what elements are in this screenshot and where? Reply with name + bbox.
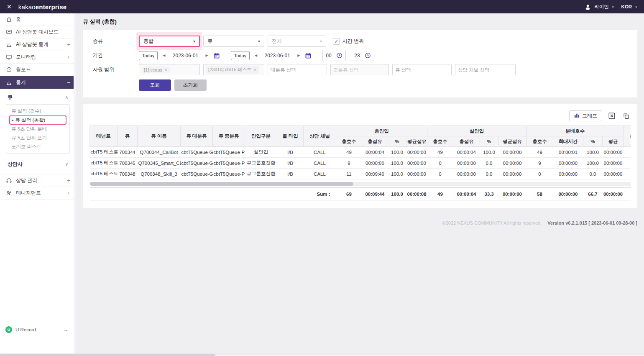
sum-cell: 00:00:00 [553, 188, 583, 200]
table-row[interactable]: cbtT5 테스트 700348 Q700348_Skill_3 cbtT5Qu… [90, 169, 631, 179]
channel-input[interactable] [455, 64, 516, 75]
table-cell: 49 [427, 147, 453, 158]
table-cell: 00:00:00 [603, 147, 624, 158]
plus-icon[interactable]: + [67, 54, 70, 60]
table-cell: I/B [277, 147, 304, 158]
hscrollbar-track[interactable] [90, 182, 631, 186]
next-day-icon[interactable]: ▶ [296, 54, 301, 57]
close-icon[interactable]: ✕ [7, 4, 12, 10]
today-button-end[interactable]: Today [231, 51, 250, 60]
language-chevron-icon[interactable]: ∨ [635, 5, 637, 9]
remove-tag-icon[interactable]: ✕ [164, 68, 168, 72]
page-footer: ©2022 NEXUS COMMUNITY All rights reserve… [83, 220, 637, 225]
submenu-group-agent[interactable]: 상담사 ∨ [5, 158, 71, 171]
channel-field[interactable] [458, 67, 513, 72]
table-row[interactable]: cbtT5 테스트 700344 Q700344_CallBot cbtT5Qu… [90, 147, 631, 158]
queue-field[interactable] [395, 67, 449, 72]
service-tag-input[interactable]: [23010] cbtT5 테스트 ✕ [203, 64, 264, 75]
sidebar-item-management[interactable]: 매니지먼트 + [0, 187, 76, 200]
submenu-item-label: 큐 실적 (건수) [11, 108, 41, 114]
type-select[interactable]: 총합 ▾ [139, 36, 200, 47]
prev-day-icon[interactable]: ◀ [162, 54, 166, 57]
table-cell: 00:00:00 [603, 158, 624, 169]
table-cell: 100.0 [480, 147, 498, 158]
start-hour-field[interactable]: 00 [322, 50, 346, 61]
table-cell: 00:00:00 [498, 147, 526, 158]
reset-button[interactable]: 초기화 [174, 79, 207, 91]
minus-icon[interactable]: − [67, 79, 70, 86]
submenu-item-queue-count[interactable]: 큐 실적 (건수) [6, 107, 69, 115]
stats-icon [5, 79, 12, 86]
sidebar-item-label: 매니지먼트 [16, 190, 41, 197]
copy-icon[interactable] [621, 111, 631, 120]
plus-icon[interactable]: + [67, 177, 70, 184]
sidebar-item-home[interactable]: 홈 [0, 13, 76, 26]
time-range-checkbox[interactable]: ✓ 시간 범위 [333, 38, 364, 45]
table-cell: 0 [526, 169, 553, 179]
sidebar-item-monitoring[interactable]: 모니터링 + [0, 51, 76, 64]
calendar-icon[interactable] [305, 52, 312, 59]
sidebar-item-ai-stats[interactable]: AI 상담봇 통계 + [0, 38, 76, 51]
end-date-value[interactable]: 2023-06-01 [262, 53, 292, 59]
submenu-item-queue-total[interactable]: ▸ 큐 실적 (총합) [9, 115, 66, 125]
sidebar-scrollbar[interactable] [74, 13, 76, 353]
u-record-link[interactable]: U U Record → [0, 322, 74, 337]
filter-row-resource: 자원 범위 [1] ccaas ✕ [23010] cbtT5 테스트 ✕ [93, 64, 627, 75]
table-header: 테넌트 큐 큐 이름 큐 대분류 큐 중분류 인입구분 콜 타입 상담 채널 총… [90, 126, 631, 147]
subcategory-input[interactable] [330, 64, 389, 75]
sub-header: 평균점유 [498, 136, 526, 147]
table-cell: Q700344_CallBot [138, 147, 181, 158]
sidebar-item-wallboard[interactable]: 월보드 [0, 64, 76, 76]
today-button-start[interactable]: Today [139, 51, 158, 60]
user-chevron-icon[interactable]: ∨ [612, 5, 614, 9]
submenu-item-queue-5s-abandon[interactable]: 큐 5초 단위 포기 [6, 133, 69, 142]
plus-icon[interactable]: + [67, 41, 70, 48]
remove-tag-icon[interactable]: ✕ [253, 68, 257, 72]
table-cell: 11 [336, 169, 362, 179]
search-button[interactable]: 조회 [139, 79, 171, 91]
graph-button[interactable]: 그래프 [569, 110, 602, 121]
filter-panel: 종류 총합 ▾ 큐 ▾ 전체 ▾ [83, 30, 637, 97]
sidebar-item-counsel-mgmt[interactable]: 상담 관리 + [0, 174, 76, 187]
category-input[interactable] [268, 64, 327, 75]
dimension-select[interactable]: 큐 ▾ [203, 36, 264, 47]
table-cell: CALL [304, 158, 336, 169]
sum-cell: 00:00:00 [498, 188, 526, 200]
category-field[interactable] [271, 67, 324, 72]
calendar-icon[interactable] [213, 52, 220, 59]
queue-input[interactable] [392, 64, 452, 75]
table-cell: I/B [277, 158, 304, 169]
prev-day-icon[interactable]: ◀ [254, 54, 258, 57]
scope-select[interactable]: 전체 ▾ [268, 36, 326, 47]
submenu-group-queue[interactable]: 큐 ∧ [5, 91, 71, 104]
clock-icon [365, 52, 371, 59]
page-title: 큐 실적 (총합) [83, 13, 637, 30]
table-cell: 00:09:40 [362, 169, 388, 179]
home-icon [5, 16, 12, 23]
graph-button-label: 그래프 [582, 113, 597, 120]
arrow-right-icon[interactable]: → [63, 327, 68, 333]
page-hscrollbar-thumb[interactable] [0, 354, 215, 356]
check-icon: ✓ [333, 38, 340, 45]
table-row[interactable]: cbtT5 테스트 700345 Q700345_Smart_CB cbtT5Q… [90, 158, 631, 169]
table-cell: cbtT5Queue-G [181, 169, 213, 179]
submenu-item-queue-5s-dist[interactable]: 큐 5초 단위 분배 [6, 125, 69, 133]
tenant-tag-input[interactable]: [1] ccaas ✕ [139, 64, 200, 75]
sum-cell: 49 [427, 188, 453, 200]
sidebar-item-stats[interactable]: 통계 − [0, 76, 76, 89]
user-name[interactable]: 라이언 [594, 4, 609, 10]
sum-row: Sum : 69 00:09:44 100.0 00:00:08 49 00:0… [90, 188, 631, 200]
next-day-icon[interactable]: ▶ [205, 54, 209, 57]
hscrollbar-thumb[interactable] [90, 182, 353, 186]
plus-icon[interactable]: + [67, 190, 70, 196]
excel-export-icon[interactable] [607, 111, 616, 120]
time-range-label: 시간 범위 [342, 38, 364, 45]
end-hour-field[interactable]: 23 [351, 50, 374, 61]
table-cell: 0.0 [583, 169, 603, 179]
language-selector[interactable]: KOR [621, 4, 632, 9]
start-date-value[interactable]: 2023-06-01 [171, 53, 201, 59]
sidebar-item-ai-dashboard[interactable]: AI 상담봇 대시보드 [0, 26, 76, 38]
submenu-item-abandon-list[interactable]: 포기호 리스트 [6, 142, 69, 151]
page-hscrollbar[interactable] [0, 353, 644, 356]
chevron-up-icon: ∧ [65, 95, 68, 100]
